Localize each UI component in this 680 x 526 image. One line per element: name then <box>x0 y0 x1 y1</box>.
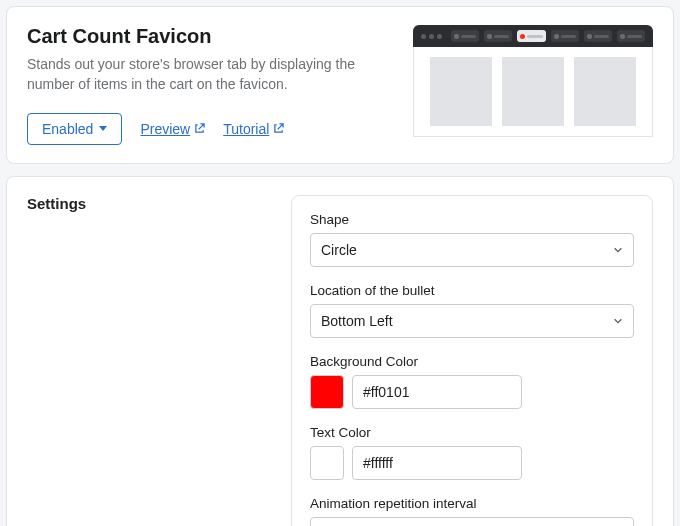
input-bg-color[interactable] <box>352 375 522 409</box>
mock-tabbar <box>413 25 653 47</box>
swatch-bg-color[interactable] <box>310 375 344 409</box>
select-shape-value: Circle <box>321 242 357 258</box>
placeholder-block <box>502 57 564 126</box>
preview-link[interactable]: Preview <box>140 121 205 137</box>
page-title: Cart Count Favicon <box>27 25 393 48</box>
label-bg-color: Background Color <box>310 354 634 369</box>
chevron-down-icon <box>613 245 623 255</box>
external-link-icon <box>194 123 205 134</box>
mock-tab <box>584 30 612 42</box>
select-location-value: Bottom Left <box>321 313 393 329</box>
select-animation[interactable]: Never <box>310 517 634 526</box>
mock-tab <box>617 30 645 42</box>
chevron-down-icon <box>613 316 623 326</box>
field-shape: Shape Circle <box>310 212 634 267</box>
enabled-dropdown-button[interactable]: Enabled <box>27 113 122 145</box>
actions-row: Enabled Preview Tutorial <box>27 113 393 145</box>
mock-tab-active <box>517 30 545 42</box>
external-link-icon <box>273 123 284 134</box>
mock-traffic-lights <box>421 34 442 39</box>
settings-panel: Shape Circle Location of the bullet Bott… <box>291 195 653 526</box>
mock-tab <box>484 30 512 42</box>
swatch-text-color[interactable] <box>310 446 344 480</box>
feature-header-card: Cart Count Favicon Stands out your store… <box>6 6 674 164</box>
placeholder-block <box>430 57 492 126</box>
select-shape[interactable]: Circle <box>310 233 634 267</box>
feature-description: Stands out your store's browser tab by d… <box>27 54 367 95</box>
label-text-color: Text Color <box>310 425 634 440</box>
enabled-label: Enabled <box>42 121 93 137</box>
label-animation: Animation repetition interval <box>310 496 634 511</box>
mock-tab <box>451 30 479 42</box>
mock-viewport <box>413 47 653 137</box>
label-shape: Shape <box>310 212 634 227</box>
mock-tab <box>551 30 579 42</box>
field-animation: Animation repetition interval Never <box>310 496 634 526</box>
chevron-down-icon <box>99 126 107 131</box>
field-location: Location of the bullet Bottom Left <box>310 283 634 338</box>
settings-heading: Settings <box>27 195 267 212</box>
label-location: Location of the bullet <box>310 283 634 298</box>
tutorial-link[interactable]: Tutorial <box>223 121 284 137</box>
browser-preview-mock <box>413 25 653 145</box>
favicon-badge-icon <box>520 34 525 39</box>
field-bg-color: Background Color <box>310 354 634 409</box>
select-location[interactable]: Bottom Left <box>310 304 634 338</box>
input-text-color[interactable] <box>352 446 522 480</box>
settings-card: Settings Shape Circle Location of the bu… <box>6 176 674 526</box>
field-text-color: Text Color <box>310 425 634 480</box>
placeholder-block <box>574 57 636 126</box>
